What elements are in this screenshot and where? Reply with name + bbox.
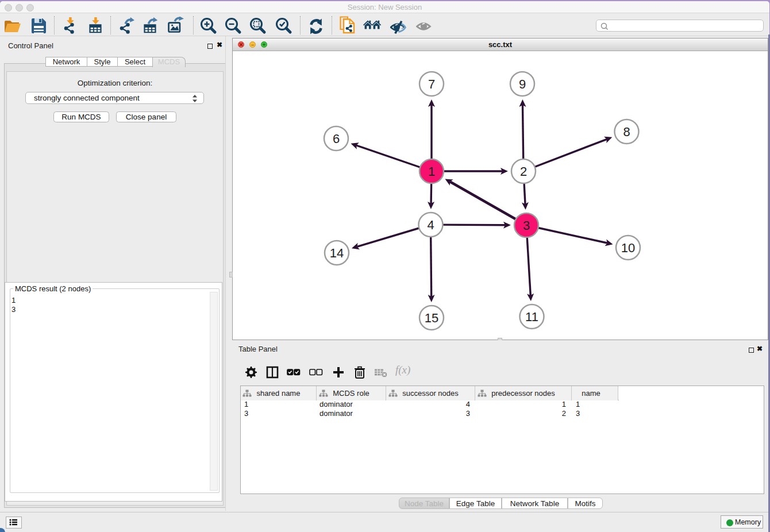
svg-text:7: 7 xyxy=(428,77,435,91)
svg-text:11: 11 xyxy=(525,310,538,324)
svg-text:4: 4 xyxy=(427,218,434,232)
svg-text:10: 10 xyxy=(621,241,635,255)
svg-text:8: 8 xyxy=(623,125,630,139)
svg-text:9: 9 xyxy=(519,77,526,91)
svg-text:14: 14 xyxy=(330,246,344,260)
svg-text:6: 6 xyxy=(333,132,340,146)
svg-text:15: 15 xyxy=(425,311,438,325)
svg-text:2: 2 xyxy=(520,164,527,179)
svg-text:1: 1 xyxy=(428,164,435,179)
svg-text:3: 3 xyxy=(523,218,530,233)
